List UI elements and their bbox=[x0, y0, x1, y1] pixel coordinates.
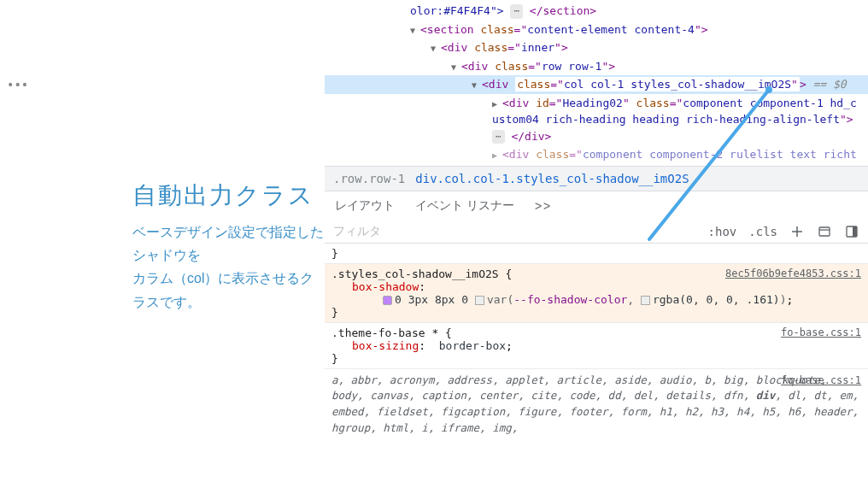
computed-styles-icon[interactable] bbox=[817, 224, 832, 239]
annotation-description: ベースデザイン設定で指定したシャドウを カラム（col）に表示させるクラスです。 bbox=[132, 220, 325, 314]
svg-rect-2 bbox=[853, 226, 857, 237]
source-link[interactable]: 8ec5f06b9efe4853.css:1 bbox=[725, 267, 861, 279]
styles-toolbar: フィルタ :hov .cls bbox=[325, 220, 868, 244]
dom-node-section[interactable]: <section class="content-element content-… bbox=[325, 21, 868, 39]
close-brace: } bbox=[331, 247, 338, 260]
tab-event-listeners[interactable]: イベント リスナー bbox=[415, 198, 514, 214]
css-value[interactable]: 0 3px 8px 0 bbox=[395, 293, 475, 306]
color-swatch-icon[interactable] bbox=[475, 296, 484, 305]
devtools-panel: olor:#F4F4F4"> ⋯ </section> <section cla… bbox=[325, 0, 868, 482]
breadcrumb-selected[interactable]: div.col.col-1.styles_col-shadow__imO2S bbox=[415, 172, 689, 185]
panel-toggle-icon[interactable] bbox=[844, 224, 859, 239]
tabs-more-icon[interactable]: >> bbox=[535, 199, 552, 213]
breadcrumb-item[interactable]: .row.row-1 bbox=[333, 172, 405, 185]
css-var-name[interactable]: --fo-shadow-color bbox=[513, 293, 627, 306]
close-tag: </div> bbox=[511, 130, 551, 143]
attr-class: component component-2 rulelist text rich… bbox=[583, 148, 857, 161]
style-rule-shadow[interactable]: 8ec5f06b9efe4853.css:1 .styles_col-shado… bbox=[325, 264, 868, 323]
annotation-title: 自動出力クラス bbox=[132, 179, 314, 212]
eq0-marker: == $0 bbox=[806, 78, 847, 91]
dom-node-row[interactable]: <div class="row row-1"> bbox=[325, 57, 868, 76]
add-rule-icon[interactable] bbox=[789, 224, 805, 239]
caret-down-icon[interactable] bbox=[410, 24, 420, 37]
more-actions-icon[interactable]: ••• bbox=[3, 76, 28, 94]
filter-input[interactable]: フィルタ bbox=[333, 224, 381, 239]
ua-div-tag: div bbox=[756, 389, 776, 402]
css-property[interactable]: box-sizing bbox=[352, 339, 419, 352]
css-fallback[interactable]: rgba(0, 0, 0, .161) bbox=[653, 293, 780, 306]
ellipsis-icon[interactable]: ⋯ bbox=[510, 4, 523, 19]
caret-right-icon[interactable] bbox=[492, 97, 502, 110]
attr-value: row row-1 bbox=[542, 60, 601, 73]
ua-tags: a, abbr, acronym, address, applet, artic… bbox=[331, 373, 826, 403]
attr-value-selected: col col-1 styles_col-shadow__imO2S bbox=[564, 78, 791, 91]
shadow-swatch-icon[interactable] bbox=[383, 296, 392, 305]
caret-down-icon[interactable] bbox=[451, 61, 461, 73]
style-rule-useragent[interactable]: fo-base.css:1 a, abbr, acronym, address,… bbox=[325, 369, 868, 440]
caret-right-icon[interactable] bbox=[492, 149, 502, 162]
css-property[interactable]: box-shadow bbox=[352, 280, 419, 293]
css-value[interactable]: border-box bbox=[439, 339, 506, 352]
css-selector: .theme-fo-base * { bbox=[331, 326, 452, 339]
caret-down-icon[interactable] bbox=[431, 42, 441, 55]
dom-node-heading[interactable]: <div id="Heading02" class="component com… bbox=[325, 94, 868, 146]
annotation-line-1: ベースデザイン設定で指定したシャドウを bbox=[132, 220, 325, 267]
dom-node-inner[interactable]: <div class="inner"> bbox=[325, 38, 868, 57]
svg-rect-0 bbox=[819, 227, 830, 236]
dom-tree[interactable]: olor:#F4F4F4"> ⋯ </section> <section cla… bbox=[325, 0, 868, 166]
hov-toggle[interactable]: :hov bbox=[708, 225, 737, 238]
css-selector: .styles_col-shadow__imO2S { bbox=[331, 267, 512, 280]
close-tag: </section> bbox=[530, 4, 596, 17]
caret-down-icon[interactable] bbox=[472, 79, 482, 91]
attr-fragment: olor:#F4F4F4"> bbox=[410, 4, 504, 17]
ellipsis-icon[interactable]: ⋯ bbox=[492, 130, 505, 144]
attr-value: content-element content-4 bbox=[527, 23, 695, 36]
attr-value: inner bbox=[521, 41, 554, 54]
color-swatch-icon[interactable] bbox=[641, 296, 650, 305]
style-rule-theme[interactable]: fo-base.css:1 .theme-fo-base * { box-siz… bbox=[325, 323, 868, 369]
cls-toggle[interactable]: .cls bbox=[748, 225, 777, 238]
style-rule-element[interactable]: } bbox=[325, 244, 868, 264]
dom-node-next[interactable]: <div class="component component-2 ruleli… bbox=[325, 145, 868, 164]
dom-node-selected[interactable]: ••• <div class="col col-1 styles_col-sha… bbox=[325, 75, 868, 94]
source-link[interactable]: fo-base.css:1 bbox=[781, 326, 861, 338]
attr-id: Heading02 bbox=[562, 97, 622, 109]
styles-pane: } 8ec5f06b9efe4853.css:1 .styles_col-sha… bbox=[325, 244, 868, 440]
annotation-line-2: カラム（col）に表示させるクラスです。 bbox=[132, 267, 325, 313]
tab-layout[interactable]: レイアウト bbox=[335, 198, 395, 214]
breadcrumb-bar: .row.row-1 div.col.col-1.styles_col-shad… bbox=[325, 166, 868, 191]
source-link[interactable]: fo-base.css:1 bbox=[781, 373, 861, 388]
styles-tabs: レイアウト イベント リスナー >> bbox=[325, 191, 868, 220]
dom-node-truncated[interactable]: olor:#F4F4F4"> ⋯ </section> bbox=[325, 2, 868, 21]
